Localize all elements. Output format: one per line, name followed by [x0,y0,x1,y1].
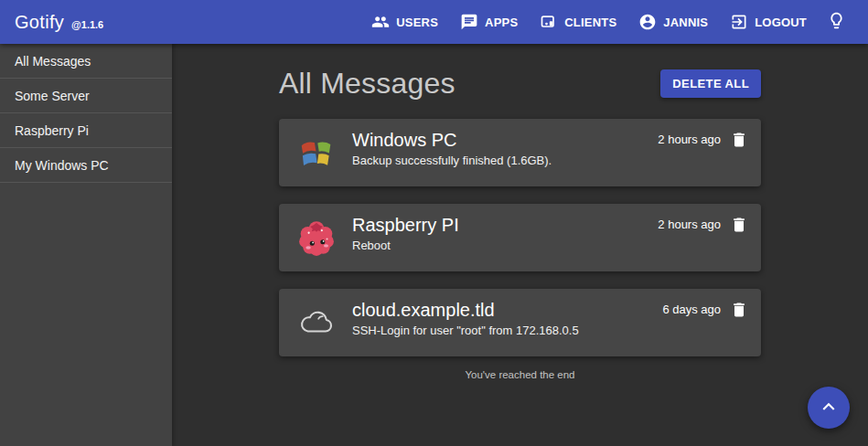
sidebar-item-label: My Windows PC [15,158,109,173]
brand: Gotify @1.1.6 [15,12,103,33]
apps-label: APPS [485,16,518,29]
main-content: All Messages DELETE ALL Windows PC Backu… [172,44,868,446]
apps-button[interactable]: APPS [449,5,529,38]
trash-icon [730,138,748,152]
message-meta: 6 days ago [662,289,748,322]
message-body: Backup successfully finished (1.6GB). [352,154,658,167]
title-row: All Messages DELETE ALL [279,65,761,101]
sidebar: All Messages Some Server Raspberry Pi My… [0,44,172,446]
trash-icon [730,308,748,322]
clients-icon [540,13,558,31]
message-text: cloud.example.tld SSH-Login for user "ro… [352,289,662,337]
page-title: All Messages [279,67,455,101]
logout-button[interactable]: LOGOUT [719,5,818,38]
sidebar-item-label: Raspberry Pi [15,123,89,138]
theme-toggle-button[interactable] [818,4,855,40]
users-button[interactable]: USERS [360,5,449,38]
app-header: Gotify @1.1.6 USERS APPS CLIENTS JANNIS … [0,0,868,44]
current-user-button[interactable]: JANNIS [627,5,719,38]
app-version: @1.1.6 [71,19,103,30]
message-title: Windows PC [352,129,658,151]
logout-label: LOGOUT [755,16,807,29]
delete-message-button[interactable] [730,131,748,152]
delete-message-button[interactable] [730,216,748,237]
message-body: Reboot [352,239,658,252]
users-icon [371,13,390,31]
message-text: Raspberry PI Reboot [352,204,658,252]
users-label: USERS [396,16,438,29]
message-title: Raspberry PI [352,214,658,236]
cloud-logo-icon [297,303,336,342]
apps-icon [460,13,478,31]
message-title: cloud.example.tld [352,299,662,321]
account-icon [638,13,657,31]
message-meta: 2 hours ago [658,204,748,237]
delete-message-button[interactable] [730,301,748,322]
raspberry-logo-icon [297,218,336,257]
header-nav: USERS APPS CLIENTS JANNIS LOGOUT [360,4,855,40]
end-of-list-text: You've reached the end [279,369,761,380]
scroll-to-top-button[interactable] [808,387,850,429]
sidebar-item-label: All Messages [15,54,91,69]
message-timestamp: 6 days ago [662,301,721,316]
sidebar-item-label: Some Server [15,89,90,103]
sidebar-item-my-windows-pc[interactable]: My Windows PC [0,148,172,183]
trash-icon [730,223,748,237]
sidebar-item-some-server[interactable]: Some Server [0,79,172,113]
clients-button[interactable]: CLIENTS [529,5,627,38]
lightbulb-icon [827,19,846,33]
message-meta: 2 hours ago [658,119,748,152]
windows-logo-icon [297,133,336,172]
message-body: SSH-Login for user "root" from 172.168.0… [352,324,662,337]
message-card-windows-pc: Windows PC Backup successfully finished … [279,119,761,186]
message-card-raspberry-pi: Raspberry PI Reboot 2 hours ago [279,204,761,271]
chevron-up-icon [817,395,841,421]
sidebar-item-all-messages[interactable]: All Messages [0,44,172,79]
sidebar-item-raspberry-pi[interactable]: Raspberry Pi [0,113,172,148]
message-timestamp: 2 hours ago [658,216,721,231]
message-timestamp: 2 hours ago [658,131,721,146]
logout-icon [730,13,748,31]
delete-all-button[interactable]: DELETE ALL [660,69,761,98]
clients-label: CLIENTS [564,16,616,29]
message-text: Windows PC Backup successfully finished … [352,119,658,167]
app-title: Gotify [15,12,64,33]
current-user-label: JANNIS [663,16,708,29]
message-card-cloud: cloud.example.tld SSH-Login for user "ro… [279,289,761,356]
